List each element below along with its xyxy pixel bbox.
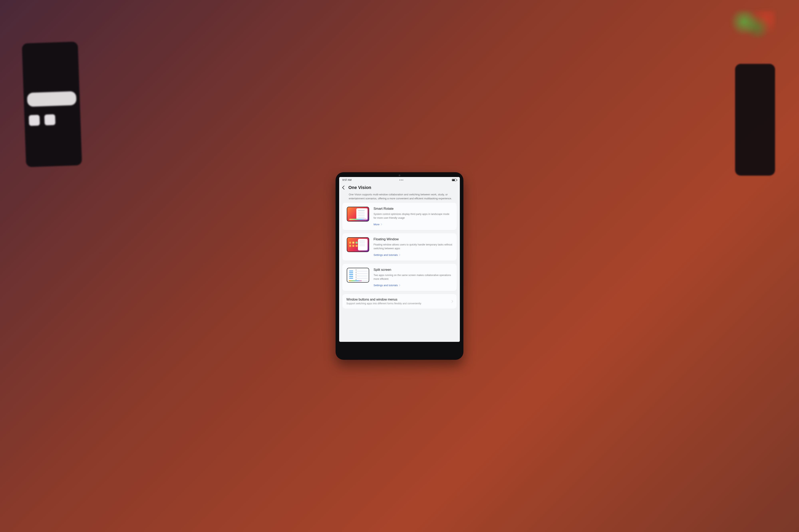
card-link-label: More xyxy=(374,223,380,226)
background-device-left xyxy=(22,42,82,167)
tablet-frame: 9:57 AM ••• One Vision One Vision suppor… xyxy=(335,172,464,360)
card-title: Floating Window xyxy=(374,237,452,241)
card-link-label: Settings and tutorials xyxy=(374,284,398,287)
card-desc: System control optimizes display third p… xyxy=(374,212,452,220)
card-settings-link[interactable]: Settings and tutorials xyxy=(374,284,400,287)
intro-text: One Vision supports multi-window collabo… xyxy=(339,191,460,203)
card-link-label: Settings and tutorials xyxy=(374,253,398,256)
page-header: One Vision xyxy=(339,183,460,191)
background-bokeh xyxy=(731,11,775,39)
card-title: Smart Rotate xyxy=(374,207,452,211)
card-smart-rotate[interactable]: Smart Rotate System control optimizes di… xyxy=(342,203,457,230)
row-subtitle: Support switching apps into different fo… xyxy=(346,302,421,305)
background-device-right xyxy=(735,64,775,176)
card-desc: Floating window allows users to quickly … xyxy=(374,243,452,251)
front-camera xyxy=(399,175,400,176)
floating-window-thumbnail xyxy=(347,237,369,252)
status-more-icon: ••• xyxy=(399,178,404,182)
screen: 9:57 AM ••• One Vision One Vision suppor… xyxy=(339,177,460,342)
card-desc: Two apps running on the same screen make… xyxy=(374,273,452,281)
card-settings-link[interactable]: Settings and tutorials xyxy=(374,253,400,256)
page-title: One Vision xyxy=(348,185,371,190)
status-bar: 9:57 AM ••• xyxy=(339,177,460,183)
back-icon[interactable] xyxy=(342,186,346,190)
card-title: Split screen xyxy=(374,268,452,272)
status-time: 9:57 AM xyxy=(342,178,351,182)
row-window-buttons[interactable]: Window buttons and window menus Support … xyxy=(342,294,457,308)
battery-icon xyxy=(452,179,457,181)
row-title: Window buttons and window menus xyxy=(346,298,421,301)
chevron-right-icon xyxy=(451,300,453,303)
feature-card-list: Smart Rotate System control optimizes di… xyxy=(339,203,460,291)
chevron-right-icon xyxy=(398,284,400,286)
split-screen-thumbnail xyxy=(347,268,369,283)
card-split-screen[interactable]: Split screen Two apps running on the sam… xyxy=(342,264,457,291)
card-floating-window[interactable]: Floating Window Floating window allows u… xyxy=(342,233,457,261)
chevron-right-icon xyxy=(398,254,400,256)
chevron-right-icon xyxy=(380,223,382,225)
card-more-link[interactable]: More xyxy=(374,223,382,226)
smart-rotate-thumbnail xyxy=(347,207,369,222)
